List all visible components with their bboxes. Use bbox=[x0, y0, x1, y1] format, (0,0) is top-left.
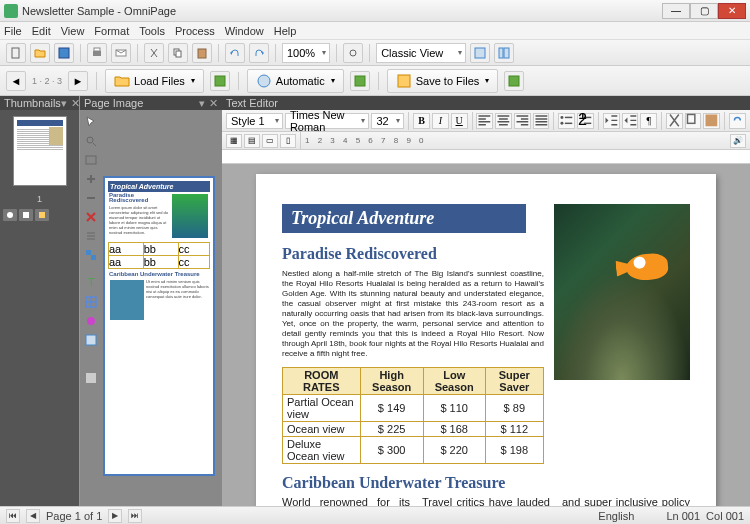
menu-file[interactable]: File bbox=[4, 25, 22, 37]
prev-page-button[interactable]: ◀ bbox=[26, 509, 40, 523]
open-button[interactable] bbox=[30, 43, 50, 63]
panel-close-icon[interactable]: ✕ bbox=[209, 97, 218, 110]
wf-next-button[interactable]: ► bbox=[68, 71, 88, 91]
page-image-preview[interactable]: Tropical Adventure Paradise Rediscovered… bbox=[103, 176, 215, 476]
text-zone-tool[interactable]: T bbox=[83, 275, 99, 291]
new-button[interactable] bbox=[6, 43, 26, 63]
svg-rect-16 bbox=[509, 76, 519, 86]
view-mode-combo[interactable]: Classic View bbox=[376, 43, 466, 63]
menu-edit[interactable]: Edit bbox=[32, 25, 51, 37]
bold-button[interactable]: B bbox=[413, 113, 430, 129]
options-button[interactable] bbox=[343, 43, 363, 63]
bullets-button[interactable] bbox=[558, 113, 575, 129]
doc-col-2[interactable]: Travel critics have lauded the Grand Pal… bbox=[422, 498, 550, 506]
text-editor-body[interactable]: Tropical Adventure Paradise Rediscovered… bbox=[222, 164, 750, 506]
group-tool[interactable] bbox=[83, 247, 99, 263]
align-right-button[interactable] bbox=[514, 113, 531, 129]
svg-point-13 bbox=[258, 75, 270, 87]
zoom-combo[interactable]: 100% bbox=[282, 43, 330, 63]
add-tool[interactable] bbox=[83, 171, 99, 187]
numbering-button[interactable]: 12 bbox=[577, 113, 594, 129]
menu-process[interactable]: Process bbox=[175, 25, 215, 37]
align-center-button[interactable] bbox=[495, 113, 512, 129]
auto-icon bbox=[256, 73, 272, 89]
copy-button[interactable] bbox=[168, 43, 188, 63]
link-button[interactable] bbox=[729, 113, 746, 129]
undo-button[interactable] bbox=[225, 43, 245, 63]
load-files-button[interactable]: Load Files▾ bbox=[105, 69, 204, 93]
view-button-1[interactable] bbox=[470, 43, 490, 63]
thumb-eye-icon[interactable] bbox=[3, 209, 17, 221]
rect-tool[interactable] bbox=[83, 152, 99, 168]
view-btn-2[interactable]: ▤ bbox=[244, 134, 260, 148]
zoom-tool[interactable] bbox=[83, 133, 99, 149]
indent-inc-button[interactable] bbox=[622, 113, 639, 129]
view-btn-4[interactable]: ▯ bbox=[280, 134, 296, 148]
wf-btn-b[interactable] bbox=[350, 71, 370, 91]
mail-button[interactable] bbox=[111, 43, 131, 63]
align-justify-button[interactable] bbox=[533, 113, 550, 129]
doc-image[interactable] bbox=[554, 204, 690, 380]
page-image-toolbar: T bbox=[80, 110, 102, 506]
vert-text-tool[interactable] bbox=[83, 351, 99, 367]
view-btn-3[interactable]: ▭ bbox=[262, 134, 278, 148]
doc-title[interactable]: Tropical Adventure bbox=[282, 204, 526, 233]
form-zone-tool[interactable] bbox=[83, 332, 99, 348]
wf-prev-button[interactable]: ◄ bbox=[6, 71, 26, 91]
rates-table[interactable]: ROOM RATESHigh SeasonLow SeasonSuper Sav… bbox=[282, 367, 544, 464]
marks-button[interactable]: ¶ bbox=[640, 113, 657, 129]
panel-menu-icon[interactable]: ▾ bbox=[61, 97, 67, 110]
wf-btn-a[interactable] bbox=[210, 71, 230, 91]
paste-button[interactable] bbox=[192, 43, 212, 63]
doc-col-3[interactable]: and super inclusive policy as reasons wh… bbox=[562, 498, 690, 506]
next-page-button[interactable]: ▶ bbox=[108, 509, 122, 523]
panel-menu-icon[interactable]: ▾ bbox=[199, 97, 205, 110]
ignore-zone-tool[interactable] bbox=[83, 370, 99, 386]
first-page-button[interactable]: ⏮ bbox=[6, 509, 20, 523]
save-button[interactable] bbox=[54, 43, 74, 63]
horizontal-ruler[interactable] bbox=[222, 150, 750, 164]
italic-button[interactable]: I bbox=[432, 113, 449, 129]
minimize-button[interactable]: — bbox=[662, 3, 690, 19]
automatic-button[interactable]: Automatic▾ bbox=[247, 69, 344, 93]
underline-button[interactable]: U bbox=[451, 113, 468, 129]
redo-button[interactable] bbox=[249, 43, 269, 63]
doc-subtitle-2[interactable]: Caribbean Underwater Treasure bbox=[282, 474, 690, 492]
indent-dec-button[interactable] bbox=[603, 113, 620, 129]
menu-format[interactable]: Format bbox=[94, 25, 129, 37]
doc-paragraph[interactable]: Nestled along a half-mile stretch of The… bbox=[282, 269, 544, 359]
thumb-flag-icon[interactable] bbox=[35, 209, 49, 221]
menu-help[interactable]: Help bbox=[274, 25, 297, 37]
view-btn-1[interactable]: ▦ bbox=[226, 134, 242, 148]
thumbnail-page-1[interactable] bbox=[13, 116, 67, 186]
cut-button[interactable] bbox=[144, 43, 164, 63]
save-to-files-button[interactable]: Save to Files▾ bbox=[387, 69, 499, 93]
wf-btn-c[interactable] bbox=[504, 71, 524, 91]
paste-button[interactable] bbox=[703, 113, 720, 129]
style-combo[interactable]: Style 1 bbox=[226, 113, 283, 129]
panel-close-icon[interactable]: ✕ bbox=[71, 97, 80, 110]
doc-subtitle[interactable]: Paradise Rediscovered bbox=[282, 245, 544, 263]
menu-view[interactable]: View bbox=[61, 25, 85, 37]
view-button-2[interactable] bbox=[494, 43, 514, 63]
last-page-button[interactable]: ⏭ bbox=[128, 509, 142, 523]
cut-button[interactable] bbox=[666, 113, 683, 129]
copy-button[interactable] bbox=[685, 113, 702, 129]
menu-tools[interactable]: Tools bbox=[139, 25, 165, 37]
pointer-tool[interactable] bbox=[83, 114, 99, 130]
thumb-page-icon[interactable] bbox=[19, 209, 33, 221]
font-combo[interactable]: Times New Roman bbox=[285, 113, 370, 129]
graphic-zone-tool[interactable] bbox=[83, 313, 99, 329]
print-button[interactable] bbox=[87, 43, 107, 63]
order-tool[interactable] bbox=[83, 228, 99, 244]
close-button[interactable]: ✕ bbox=[718, 3, 746, 19]
speak-button[interactable]: 🔊 bbox=[730, 134, 746, 148]
menu-window[interactable]: Window bbox=[225, 25, 264, 37]
table-zone-tool[interactable] bbox=[83, 294, 99, 310]
size-combo[interactable]: 32 bbox=[371, 113, 404, 129]
doc-col-1[interactable]: World renowned for its spectacular divin… bbox=[282, 498, 410, 506]
remove-tool[interactable] bbox=[83, 190, 99, 206]
maximize-button[interactable]: ▢ bbox=[690, 3, 718, 19]
align-left-button[interactable] bbox=[476, 113, 493, 129]
delete-tool[interactable] bbox=[83, 209, 99, 225]
